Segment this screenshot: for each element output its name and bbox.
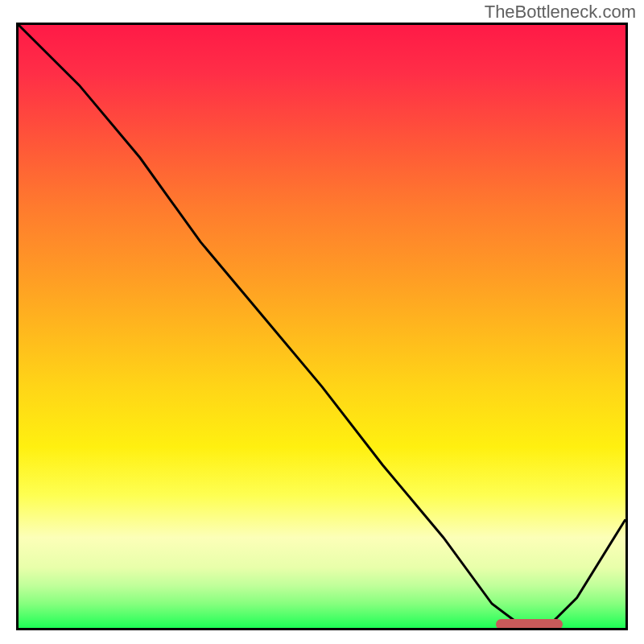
chart-line-svg: [19, 25, 625, 628]
chart-container: [16, 23, 628, 630]
curve-line: [19, 25, 625, 622]
watermark-text: TheBottleneck.com: [485, 2, 636, 23]
bottleneck-marker: [496, 619, 564, 630]
